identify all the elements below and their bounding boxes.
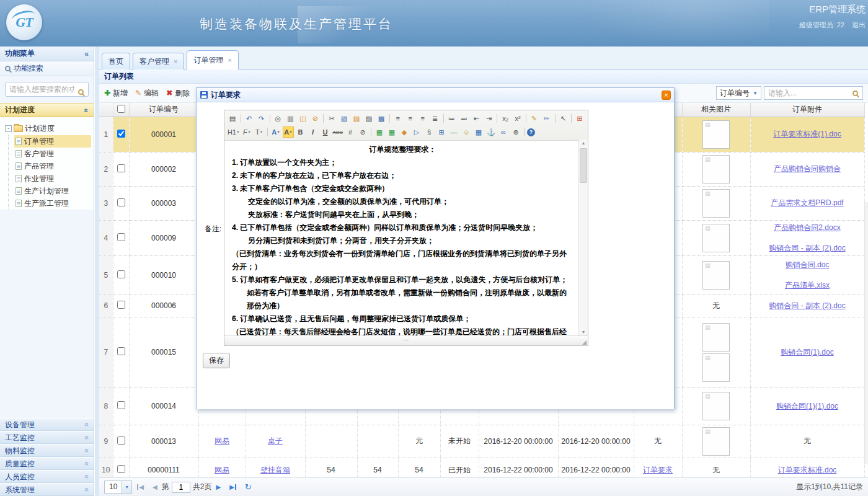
- first-page-button[interactable]: ◀: [136, 484, 144, 490]
- strikethrough-icon[interactable]: ABC: [332, 126, 343, 138]
- heading-select[interactable]: H1: [227, 126, 240, 138]
- format-brush-icon[interactable]: ✎: [529, 113, 540, 124]
- scrollbar-thumb[interactable]: [580, 148, 587, 183]
- requirement-cell-link[interactable]: 订单要求: [643, 466, 673, 474]
- paste-word-icon[interactable]: ▩: [376, 113, 387, 124]
- accordion-personnel[interactable]: 人员监控»: [0, 471, 94, 483]
- sidebar-item-production-plan[interactable]: 生产计划管理: [14, 185, 91, 197]
- tab-order-mgmt[interactable]: 订单管理×: [187, 50, 238, 69]
- delete-button[interactable]: ✖删除: [166, 88, 190, 99]
- accordion-plan-progress[interactable]: 计划进度 «: [0, 103, 94, 117]
- row-checkbox[interactable]: [117, 130, 125, 138]
- search-field-select[interactable]: 订单编号 ▼: [716, 86, 761, 100]
- outdent-icon[interactable]: ⇤: [471, 113, 482, 124]
- accordion-device[interactable]: 设备管理»: [0, 418, 94, 431]
- tab-close-icon[interactable]: ×: [174, 58, 177, 65]
- hr-icon[interactable]: ―: [448, 126, 459, 138]
- attachment-link[interactable]: 订单要求标准.doc: [778, 465, 837, 476]
- picture-icon[interactable]: ▦: [473, 126, 484, 138]
- sidebar-item-production-dispatch[interactable]: 生产派工管理: [14, 197, 91, 210]
- print-icon[interactable]: ▥: [285, 113, 296, 124]
- align-center-icon[interactable]: ≡: [405, 113, 416, 124]
- superscript-icon[interactable]: x²: [512, 113, 523, 124]
- preview-icon[interactable]: ◎: [272, 113, 283, 124]
- scroll-down-icon[interactable]: ▾: [579, 329, 588, 335]
- unordered-list-icon[interactable]: ≕: [458, 113, 469, 124]
- page-number-input[interactable]: [172, 482, 190, 493]
- function-search-input[interactable]: [5, 82, 89, 97]
- quote-icon[interactable]: ⊘: [357, 126, 368, 138]
- ordered-list-icon[interactable]: ≔: [446, 113, 457, 124]
- tree-collapse-icon[interactable]: -: [5, 125, 12, 132]
- save-button[interactable]: 保存: [203, 353, 230, 368]
- redo-icon[interactable]: ↷: [256, 113, 267, 124]
- attachment-link[interactable]: 购销合同 - 副本 (2).doc: [769, 243, 845, 254]
- row-checkbox[interactable]: [117, 301, 125, 309]
- attachment-link[interactable]: 购销合同 - 副本 (2).doc: [769, 301, 845, 311]
- close-button[interactable]: ×: [662, 91, 671, 100]
- page-size-select[interactable]: 10 ▾: [104, 480, 132, 494]
- sidebar-item-customer[interactable]: 客户管理: [14, 148, 91, 160]
- underline-icon[interactable]: U: [320, 126, 331, 138]
- accordion-system[interactable]: 系统管理»: [0, 484, 94, 496]
- next-page-button[interactable]: ▶: [216, 484, 221, 490]
- last-page-button[interactable]: ▶: [229, 484, 237, 490]
- customer-cell-link[interactable]: 网易: [215, 436, 229, 445]
- product-cell-link[interactable]: 壁挂音箱: [260, 466, 290, 474]
- table-icon[interactable]: ⊞: [436, 126, 447, 138]
- scroll-up-icon[interactable]: ▴: [579, 140, 588, 146]
- logout-link[interactable]: 退出: [852, 21, 866, 29]
- attachment-link[interactable]: 购销合同(1)(1).doc: [776, 401, 838, 412]
- attachment-icon[interactable]: §: [423, 126, 435, 138]
- accordion-process[interactable]: 工艺监控»: [0, 432, 94, 444]
- cut-icon[interactable]: ✂: [326, 113, 337, 124]
- sidebar-item-product[interactable]: 产品管理: [14, 160, 91, 172]
- highlight-color-icon[interactable]: A: [283, 126, 294, 138]
- undo-icon[interactable]: ↶: [244, 113, 255, 124]
- col-attachments[interactable]: 订单附件: [750, 103, 864, 117]
- table-grid-icon[interactable]: #: [345, 126, 356, 138]
- row-checkbox[interactable]: [117, 164, 125, 172]
- select-all-checkbox[interactable]: [117, 105, 125, 113]
- text-color-icon[interactable]: A: [270, 126, 281, 138]
- accordion-material[interactable]: 物料监控»: [0, 445, 94, 457]
- attachment-link[interactable]: 产品清单.xlsx: [785, 280, 830, 291]
- quick-format-icon[interactable]: ✏: [541, 113, 552, 124]
- attachment-link[interactable]: 订单要求标准(1).doc: [773, 129, 841, 140]
- grid-search-input[interactable]: [764, 86, 863, 100]
- align-left-icon[interactable]: ≡: [392, 113, 404, 124]
- fullscreen-icon[interactable]: ⊞: [574, 113, 585, 124]
- attachment-link[interactable]: 购销合同(1).doc: [781, 347, 833, 358]
- paste-icon[interactable]: ▨: [351, 113, 362, 124]
- attachment-link[interactable]: 产品需求文档PRD.pdf: [771, 198, 843, 208]
- align-right-icon[interactable]: ≡: [417, 113, 428, 124]
- search-icon[interactable]: [78, 89, 84, 95]
- editor-scrollbar[interactable]: ▴ ▾: [578, 140, 588, 335]
- anchor-icon[interactable]: ⚓: [485, 126, 497, 138]
- media-icon[interactable]: ▷: [411, 126, 422, 138]
- search-icon[interactable]: [852, 91, 858, 96]
- resize-corner-icon[interactable]: ◢: [582, 339, 587, 345]
- paste-text-icon[interactable]: ▨: [363, 113, 374, 124]
- resize-grip-icon[interactable]: ⋯: [403, 337, 409, 343]
- row-checkbox[interactable]: [117, 233, 125, 241]
- sidebar-item-order[interactable]: 订单管理: [14, 135, 91, 148]
- tab-home[interactable]: 首页: [102, 53, 130, 69]
- attachment-link[interactable]: 产品购销合同购销合: [774, 164, 841, 174]
- emoticons-icon[interactable]: ☺: [461, 126, 472, 138]
- tab-close-icon[interactable]: ×: [228, 56, 231, 64]
- multi-image-icon[interactable]: ▦: [386, 126, 397, 138]
- attachment-link[interactable]: 产品购销合同2.docx: [774, 223, 840, 233]
- dialog-header[interactable]: 订单要求 ×: [197, 88, 674, 102]
- font-family-select[interactable]: F: [241, 126, 252, 138]
- tree-root-plan-progress[interactable]: - 计划进度: [5, 122, 91, 135]
- row-checkbox[interactable]: [117, 465, 125, 473]
- add-button[interactable]: ✚新增: [104, 88, 128, 99]
- image-upload-icon[interactable]: ▦: [374, 126, 385, 138]
- prev-page-button[interactable]: ◀: [153, 484, 157, 490]
- sidebar-splitter[interactable]: [95, 46, 99, 496]
- font-size-select[interactable]: T: [254, 126, 265, 138]
- product-cell-link[interactable]: 桌子: [268, 436, 283, 445]
- select-all-icon[interactable]: ↖: [557, 113, 569, 124]
- sidebar-collapse-icon[interactable]: «: [84, 50, 89, 58]
